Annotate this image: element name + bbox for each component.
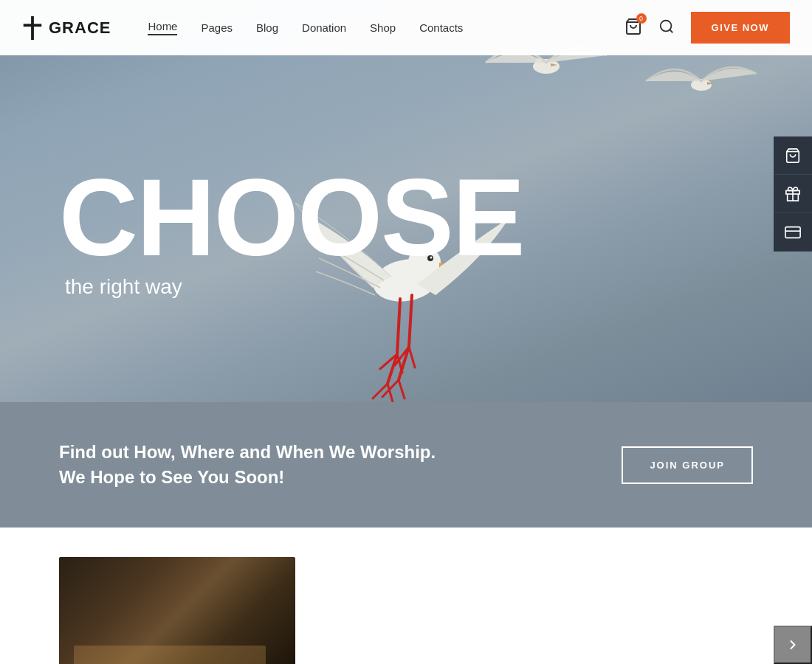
svg-rect-0 xyxy=(31,15,34,39)
book-image xyxy=(59,557,295,664)
give-now-button[interactable]: GIVE NOW xyxy=(691,12,790,44)
nav-item-contacts[interactable]: Contacts xyxy=(419,21,463,34)
chevron-right-icon xyxy=(785,637,800,652)
svg-rect-1 xyxy=(24,24,42,27)
nav-item-donation[interactable]: Donation xyxy=(302,21,346,34)
sidebar-cart-button[interactable] xyxy=(774,136,812,175)
cart-button[interactable]: 0 xyxy=(625,18,642,38)
nav-item-blog[interactable]: Blog xyxy=(256,21,278,34)
hero-section: CHOOSE the right way xyxy=(0,0,812,402)
gift-sidebar-icon xyxy=(785,186,801,202)
main-nav: Home Pages Blog Donation Shop Contacts xyxy=(148,20,463,35)
nav-item-pages[interactable]: Pages xyxy=(201,21,233,34)
card-sidebar-icon xyxy=(785,224,801,241)
svg-rect-16 xyxy=(785,226,800,238)
nav-item-shop[interactable]: Shop xyxy=(370,21,396,34)
bottom-section xyxy=(0,528,812,664)
hero-text-block: CHOOSE the right way xyxy=(59,163,523,299)
sidebar-card-button[interactable] xyxy=(774,213,812,252)
cta-banner: Find out How, Where and When We Worship.… xyxy=(0,402,812,528)
header-actions: 0 GIVE NOW xyxy=(625,12,790,44)
cart-badge: 0 xyxy=(636,13,647,24)
search-button[interactable] xyxy=(656,15,678,40)
bird-2 xyxy=(635,44,768,125)
cta-line2: We Hope to See You Soon! xyxy=(59,465,592,490)
logo[interactable]: GRACE xyxy=(22,15,111,41)
hero-subtitle: the right way xyxy=(65,275,523,299)
sidebar-gift-button[interactable] xyxy=(774,175,812,213)
header: GRACE Home Pages Blog Donation Shop Cont… xyxy=(0,0,812,55)
cta-text-block: Find out How, Where and When We Worship.… xyxy=(59,440,592,489)
svg-point-6 xyxy=(535,58,543,63)
hero-title: CHOOSE xyxy=(59,163,523,272)
sidebar-icons xyxy=(774,136,812,252)
cta-line1: Find out How, Where and When We Worship. xyxy=(59,440,592,465)
join-group-button[interactable]: JOIN GROUP xyxy=(622,446,753,484)
next-arrow-button[interactable] xyxy=(774,626,812,664)
logo-text: GRACE xyxy=(49,18,111,38)
nav-item-home[interactable]: Home xyxy=(148,20,177,35)
svg-line-4 xyxy=(670,30,672,32)
svg-point-3 xyxy=(660,21,671,32)
cart-sidebar-icon xyxy=(785,148,801,164)
